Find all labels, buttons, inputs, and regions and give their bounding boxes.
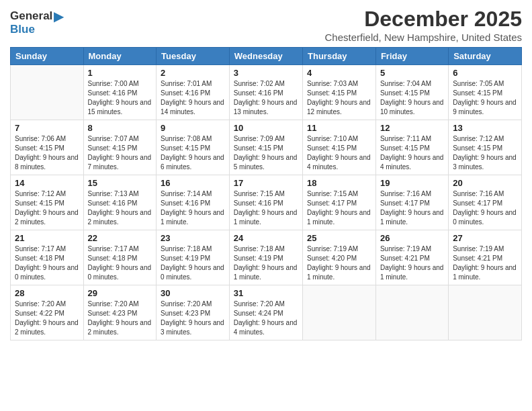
logo-general: General	[10, 9, 52, 23]
day-number: 26	[380, 233, 444, 243]
day-info: Sunrise: 7:15 AMSunset: 4:17 PMDaylight:…	[307, 189, 371, 227]
day-info: Sunrise: 7:17 AMSunset: 4:18 PMDaylight:…	[15, 244, 79, 282]
sunset-time: Sunset: 4:16 PM	[88, 199, 138, 207]
daylight-hours: Daylight: 9 hours and 2 minutes.	[15, 319, 79, 336]
daylight-hours: Daylight: 9 hours and 15 minutes.	[88, 99, 152, 116]
day-number: 10	[234, 123, 298, 133]
sunrise-time: Sunrise: 7:10 AM	[307, 135, 358, 142]
calendar-table: SundayMondayTuesdayWednesdayThursdayFrid…	[10, 47, 522, 340]
calendar-cell: 10Sunrise: 7:09 AMSunset: 4:15 PMDayligh…	[229, 120, 302, 175]
day-number: 6	[453, 68, 517, 78]
sunset-time: Sunset: 4:15 PM	[453, 144, 502, 152]
calendar-cell: 21Sunrise: 7:17 AMSunset: 4:18 PMDayligh…	[11, 230, 84, 285]
sunrise-time: Sunrise: 7:16 AM	[453, 190, 504, 197]
sunset-time: Sunset: 4:18 PM	[88, 255, 138, 262]
sunrise-time: Sunrise: 7:20 AM	[15, 300, 66, 308]
calendar-cell: 12Sunrise: 7:11 AMSunset: 4:15 PMDayligh…	[375, 120, 448, 175]
daylight-hours: Daylight: 9 hours and 0 minutes.	[88, 264, 152, 281]
page-header: General ▶ Blue December 2025 Chesterfiel…	[10, 7, 522, 43]
day-info: Sunrise: 7:15 AMSunset: 4:16 PMDaylight:…	[234, 189, 298, 227]
day-number: 13	[453, 123, 517, 133]
sunrise-time: Sunrise: 7:15 AM	[234, 190, 285, 197]
day-number: 7	[15, 123, 79, 133]
sunrise-time: Sunrise: 7:12 AM	[453, 135, 504, 142]
day-number: 19	[380, 178, 444, 188]
daylight-hours: Daylight: 9 hours and 10 minutes.	[380, 99, 444, 116]
sunset-time: Sunset: 4:15 PM	[234, 144, 283, 152]
day-number: 21	[15, 233, 79, 243]
daylight-hours: Daylight: 9 hours and 8 minutes.	[15, 154, 79, 171]
day-number: 23	[161, 233, 225, 243]
calendar-header-sunday: Sunday	[11, 48, 84, 65]
calendar-week-row: 21Sunrise: 7:17 AMSunset: 4:18 PMDayligh…	[11, 230, 522, 285]
sunset-time: Sunset: 4:19 PM	[234, 255, 283, 262]
sunset-time: Sunset: 4:15 PM	[380, 89, 430, 97]
calendar-cell: 1Sunrise: 7:00 AMSunset: 4:16 PMDaylight…	[83, 65, 157, 120]
sunrise-time: Sunrise: 7:01 AM	[161, 80, 212, 87]
day-info: Sunrise: 7:20 AMSunset: 4:24 PMDaylight:…	[234, 300, 298, 337]
title-area: December 2025 Chesterfield, New Hampshir…	[325, 7, 522, 43]
calendar-cell: 23Sunrise: 7:18 AMSunset: 4:19 PMDayligh…	[157, 230, 230, 285]
day-info: Sunrise: 7:08 AMSunset: 4:15 PMDaylight:…	[161, 134, 225, 172]
calendar-cell: 27Sunrise: 7:19 AMSunset: 4:21 PMDayligh…	[449, 230, 522, 285]
daylight-hours: Daylight: 9 hours and 0 minutes.	[161, 264, 224, 281]
day-info: Sunrise: 7:20 AMSunset: 4:22 PMDaylight:…	[15, 300, 79, 337]
sunset-time: Sunset: 4:23 PM	[88, 310, 138, 317]
sunset-time: Sunset: 4:23 PM	[161, 310, 210, 317]
logo-blue: Blue	[10, 23, 35, 36]
day-info: Sunrise: 7:18 AMSunset: 4:19 PMDaylight:…	[234, 244, 298, 282]
daylight-hours: Daylight: 9 hours and 9 minutes.	[453, 99, 517, 116]
calendar-cell: 25Sunrise: 7:19 AMSunset: 4:20 PMDayligh…	[303, 230, 376, 285]
day-info: Sunrise: 7:19 AMSunset: 4:20 PMDaylight:…	[307, 244, 371, 282]
daylight-hours: Daylight: 9 hours and 1 minute.	[453, 264, 517, 281]
sunrise-time: Sunrise: 7:14 AM	[161, 190, 212, 197]
day-info: Sunrise: 7:11 AMSunset: 4:15 PMDaylight:…	[380, 134, 444, 172]
day-info: Sunrise: 7:09 AMSunset: 4:15 PMDaylight:…	[234, 134, 298, 172]
sunrise-time: Sunrise: 7:17 AM	[88, 245, 139, 253]
sunrise-time: Sunrise: 7:05 AM	[453, 80, 504, 87]
logo: General ▶ Blue	[10, 7, 64, 36]
calendar-cell: 17Sunrise: 7:15 AMSunset: 4:16 PMDayligh…	[229, 175, 302, 230]
sunrise-time: Sunrise: 7:18 AM	[234, 245, 285, 253]
sunset-time: Sunset: 4:16 PM	[234, 199, 283, 207]
day-number: 29	[88, 288, 152, 298]
sunset-time: Sunset: 4:17 PM	[307, 199, 357, 207]
calendar-cell: 11Sunrise: 7:10 AMSunset: 4:15 PMDayligh…	[303, 120, 376, 175]
calendar-week-row: 28Sunrise: 7:20 AMSunset: 4:22 PMDayligh…	[11, 285, 522, 340]
day-info: Sunrise: 7:05 AMSunset: 4:15 PMDaylight:…	[453, 79, 517, 117]
sunset-time: Sunset: 4:16 PM	[161, 89, 210, 97]
day-info: Sunrise: 7:18 AMSunset: 4:19 PMDaylight:…	[161, 244, 225, 282]
sunrise-time: Sunrise: 7:03 AM	[307, 80, 358, 87]
day-number: 28	[15, 288, 79, 298]
day-number: 24	[234, 233, 298, 243]
day-number: 16	[161, 178, 225, 188]
day-number: 8	[88, 123, 152, 133]
day-info: Sunrise: 7:19 AMSunset: 4:21 PMDaylight:…	[380, 244, 444, 282]
sunset-time: Sunset: 4:19 PM	[161, 255, 210, 262]
calendar-cell: 26Sunrise: 7:19 AMSunset: 4:21 PMDayligh…	[375, 230, 448, 285]
daylight-hours: Daylight: 9 hours and 3 minutes.	[161, 319, 224, 336]
sunrise-time: Sunrise: 7:19 AM	[453, 245, 504, 253]
calendar-cell	[303, 285, 376, 340]
calendar-cell: 29Sunrise: 7:20 AMSunset: 4:23 PMDayligh…	[83, 285, 157, 340]
daylight-hours: Daylight: 9 hours and 1 minute.	[234, 209, 298, 226]
sunrise-time: Sunrise: 7:02 AM	[234, 80, 285, 87]
day-number: 14	[15, 178, 79, 188]
calendar-header-friday: Friday	[375, 48, 448, 65]
daylight-hours: Daylight: 9 hours and 0 minutes.	[453, 209, 517, 226]
day-number: 22	[88, 233, 152, 243]
day-info: Sunrise: 7:14 AMSunset: 4:16 PMDaylight:…	[161, 189, 225, 227]
calendar-header-wednesday: Wednesday	[229, 48, 302, 65]
sunset-time: Sunset: 4:24 PM	[234, 310, 283, 317]
day-info: Sunrise: 7:02 AMSunset: 4:16 PMDaylight:…	[234, 79, 298, 117]
month-title: December 2025	[325, 7, 522, 32]
sunrise-time: Sunrise: 7:08 AM	[161, 135, 212, 142]
sunset-time: Sunset: 4:22 PM	[15, 310, 64, 317]
day-info: Sunrise: 7:03 AMSunset: 4:15 PMDaylight:…	[307, 79, 371, 117]
sunrise-time: Sunrise: 7:04 AM	[380, 80, 431, 87]
location-title: Chesterfield, New Hampshire, United Stat…	[325, 32, 522, 43]
day-number: 25	[307, 233, 371, 243]
day-number: 18	[307, 178, 371, 188]
calendar-cell: 24Sunrise: 7:18 AMSunset: 4:19 PMDayligh…	[229, 230, 302, 285]
calendar-week-row: 14Sunrise: 7:12 AMSunset: 4:15 PMDayligh…	[11, 175, 522, 230]
